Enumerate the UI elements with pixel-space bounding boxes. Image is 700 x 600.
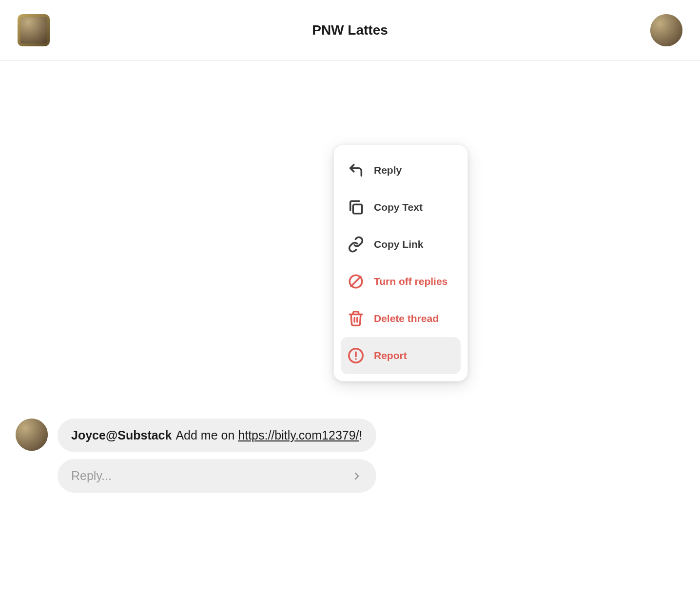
reply-row: Reply... xyxy=(0,459,700,493)
null-slash-icon xyxy=(348,273,364,290)
menu-item-label: Copy Link xyxy=(374,239,424,250)
message-text-suffix: ! xyxy=(359,428,363,442)
menu-item-copy-text[interactable]: Copy Text xyxy=(341,189,461,226)
menu-item-copy-link[interactable]: Copy Link xyxy=(341,226,461,263)
svg-line-2 xyxy=(351,277,361,286)
message-text-prefix: Add me on xyxy=(175,428,238,442)
copy-icon xyxy=(348,199,364,216)
header: PNW Lattes xyxy=(0,0,700,61)
menu-item-label: Report xyxy=(374,350,407,361)
link-icon xyxy=(348,236,364,253)
menu-item-label: Reply xyxy=(374,164,402,176)
svg-rect-0 xyxy=(353,204,362,213)
reply-arrow-icon xyxy=(348,162,364,179)
menu-item-reply[interactable]: Reply xyxy=(341,152,461,189)
message-row: Joyce@Substack Add me on https://bitly.c… xyxy=(0,419,700,452)
site-icon[interactable] xyxy=(18,14,50,46)
page-title: PNW Lattes xyxy=(312,22,388,38)
menu-item-delete-thread[interactable]: Delete thread xyxy=(341,300,461,337)
menu-item-label: Turn off replies xyxy=(374,276,447,287)
alert-circle-icon xyxy=(348,347,364,364)
sender-avatar[interactable] xyxy=(16,419,48,451)
reply-input[interactable]: Reply... xyxy=(58,459,376,493)
menu-item-report[interactable]: Report xyxy=(341,337,461,374)
message-text: Add me on https://bitly.com12379/! xyxy=(175,428,362,442)
chevron-right-icon xyxy=(351,470,363,482)
message-bubble[interactable]: Joyce@Substack Add me on https://bitly.c… xyxy=(58,419,376,452)
context-menu: Reply Copy Text Copy Link Turn off repli… xyxy=(333,144,468,381)
user-avatar[interactable] xyxy=(650,14,682,46)
chat-area: Today Joyce@Substack Add me on https://b… xyxy=(0,366,700,493)
message-link[interactable]: https://bitly.com12379/ xyxy=(238,428,359,442)
trash-icon xyxy=(348,310,364,327)
menu-item-label: Delete thread xyxy=(374,313,439,324)
sender-name: Joyce@Substack xyxy=(71,428,172,442)
reply-placeholder: Reply... xyxy=(71,469,112,483)
menu-item-turn-off-replies[interactable]: Turn off replies xyxy=(341,263,461,300)
menu-item-label: Copy Text xyxy=(374,201,423,213)
header-left xyxy=(18,14,50,46)
